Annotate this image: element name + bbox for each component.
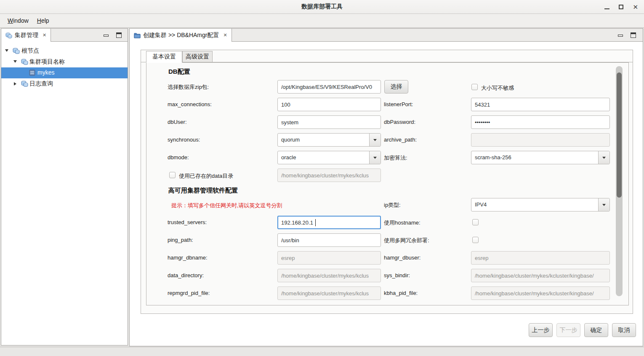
db-section-title: DB配置 [168, 68, 190, 76]
dropdown-arrow-icon[interactable] [369, 151, 381, 164]
cluster-tree: 根节点 集群项目名称 mykes [1, 42, 128, 345]
tab-cluster-manager[interactable]: 集群管理 ✕ [1, 29, 51, 42]
folder-icon [134, 32, 141, 38]
view-minimize-icon[interactable] [104, 35, 109, 37]
encryption-dropdown[interactable]: scram-sha-256 [471, 151, 610, 164]
window-maximize-icon[interactable] [619, 5, 623, 9]
ok-button[interactable]: 确定 [584, 323, 608, 337]
cancel-button[interactable]: 取消 [612, 323, 636, 337]
settings-tabs: 基本设置 高级设置 [141, 50, 633, 62]
max-connections-input[interactable] [277, 98, 381, 111]
cluster-icon [5, 32, 12, 39]
text-cursor [315, 219, 316, 226]
db-user-input[interactable] [277, 115, 381, 129]
repmgrd-pid-file-label: repmgrd_pid_file: [168, 290, 210, 296]
choose-zip-button[interactable]: 选择 [384, 80, 408, 94]
expand-arrow-icon[interactable] [13, 60, 17, 63]
tab-label: 创建集群 >> DB&HAmgr配置 [143, 32, 219, 39]
tab-label: 集群管理 [15, 32, 38, 39]
case-insensitive-checkbox[interactable] [471, 84, 478, 90]
trusted-servers-hint: 提示：填写多个信任网关时,请以英文逗号分割 [171, 202, 282, 209]
db-password-input[interactable] [471, 115, 610, 129]
scrollbar-thumb[interactable] [617, 72, 622, 198]
use-hostname-checkbox[interactable] [472, 219, 479, 225]
database-icon [13, 47, 20, 54]
ping-path-label: ping_path: [168, 237, 193, 243]
view-buttons [104, 32, 122, 38]
dropdown-arrow-icon[interactable] [369, 134, 381, 146]
window-controls: ✕ [604, 0, 644, 14]
tree-item-label: 根节点 [21, 47, 39, 55]
tree-item-label: mykes [37, 69, 54, 76]
multi-network-checkbox[interactable] [472, 237, 479, 243]
trusted-servers-input[interactable] [277, 216, 381, 229]
window-title: 数据库部署工具 [301, 3, 343, 11]
encryption-label: 加密算法: [384, 154, 407, 162]
menu-help[interactable]: Help [33, 16, 53, 26]
tree-item-root-node[interactable]: 根节点 [1, 46, 128, 56]
db-user-label: dbUser: [168, 119, 187, 125]
menu-bar: Window Help [0, 14, 644, 28]
tree-item-label: 日志查询 [29, 80, 53, 88]
dbmode-dropdown[interactable]: oracle [277, 151, 381, 164]
case-insensitive-label: 大小写不敏感 [481, 84, 514, 92]
view-maximize-icon[interactable] [116, 32, 122, 38]
window-close-icon[interactable]: ✕ [633, 4, 638, 10]
tab-create-cluster[interactable]: 创建集群 >> DB&HAmgr配置 ✕ [130, 29, 232, 42]
use-existing-data-checkbox[interactable] [169, 172, 176, 178]
use-hostname-label: 使用hostname: [384, 219, 420, 227]
tree-item-cluster-project[interactable]: 集群项目名称 [1, 56, 128, 67]
kbha-pid-file-input [471, 286, 610, 300]
dropdown-arrow-icon[interactable] [598, 151, 609, 164]
collapse-arrow-icon[interactable] [14, 82, 16, 86]
zip-package-label: 选择数据库zip包: [168, 83, 209, 91]
tab-advanced-settings[interactable]: 高级设置 [182, 51, 213, 62]
tab-close-icon[interactable]: ✕ [43, 32, 46, 38]
hamgr-dbuser-input [471, 251, 610, 265]
project-icon [29, 69, 36, 76]
cluster-manager-panel: 集群管理 ✕ 根节点 [1, 28, 128, 345]
tab-close-icon[interactable]: ✕ [223, 32, 227, 38]
config-form-panel: 基本设置 高级设置 DB配置 选择数据库zip包: 选择 大小写不敏感 max_… [141, 50, 633, 314]
sys-bindir-label: sys_bindir: [384, 272, 410, 278]
menu-window[interactable]: Window [3, 16, 33, 26]
editor-view-buttons [618, 32, 636, 38]
title-bar: 数据库部署工具 ✕ [0, 0, 644, 14]
ip-type-label: ip类型: [384, 201, 401, 209]
hamgr-dbuser-label: hamgr_dbuser: [384, 254, 420, 261]
trusted-servers-label: trusted_servers: [168, 219, 207, 225]
tab-basic-settings[interactable]: 基本设置 [146, 51, 182, 63]
hamgr-dbname-label: hamgr_dbname: [168, 254, 208, 261]
vertical-scrollbar[interactable] [616, 66, 623, 296]
multi-network-label: 使用多网冗余部署: [384, 237, 429, 244]
view-maximize-icon[interactable] [631, 32, 636, 38]
database-icon [21, 58, 28, 65]
zip-package-input[interactable] [277, 80, 381, 94]
dropdown-arrow-icon[interactable] [598, 198, 609, 211]
synchronous-dropdown[interactable]: quorum [277, 133, 381, 147]
previous-step-button[interactable]: 上一步 [529, 323, 553, 337]
hamgr-dbname-input [277, 251, 381, 265]
expand-arrow-icon[interactable] [5, 49, 8, 52]
repmgrd-pid-file-input [277, 286, 381, 300]
listener-port-input[interactable] [471, 98, 610, 111]
data-directory-input [277, 269, 381, 282]
dbmode-label: dbmode: [168, 154, 189, 161]
status-bar [0, 347, 644, 356]
archive-path-input [471, 133, 610, 147]
max-connections-label: max_connections: [168, 101, 212, 107]
cluster-manager-tabbar: 集群管理 ✕ [1, 29, 128, 42]
ping-path-input[interactable] [277, 233, 381, 247]
data-directory-label: data_directory: [168, 272, 204, 278]
use-existing-data-label: 使用已存在的data目录 [179, 172, 233, 180]
application-window: 数据库部署工具 ✕ Window Help 集群管理 ✕ [0, 0, 644, 356]
ha-section-title: 高可用集群管理软件配置 [168, 187, 238, 195]
database-icon [21, 80, 28, 87]
ip-type-dropdown[interactable]: IPV4 [471, 198, 610, 211]
db-password-label: dbPassword: [384, 119, 415, 125]
form-scroll-area: DB配置 选择数据库zip包: 选择 大小写不敏感 max_connection… [146, 62, 629, 305]
window-minimize-icon[interactable] [604, 8, 609, 9]
tree-item-mykes[interactable]: mykes [1, 67, 128, 78]
view-minimize-icon[interactable] [618, 35, 623, 37]
tree-item-log-query[interactable]: 日志查询 [1, 78, 128, 89]
